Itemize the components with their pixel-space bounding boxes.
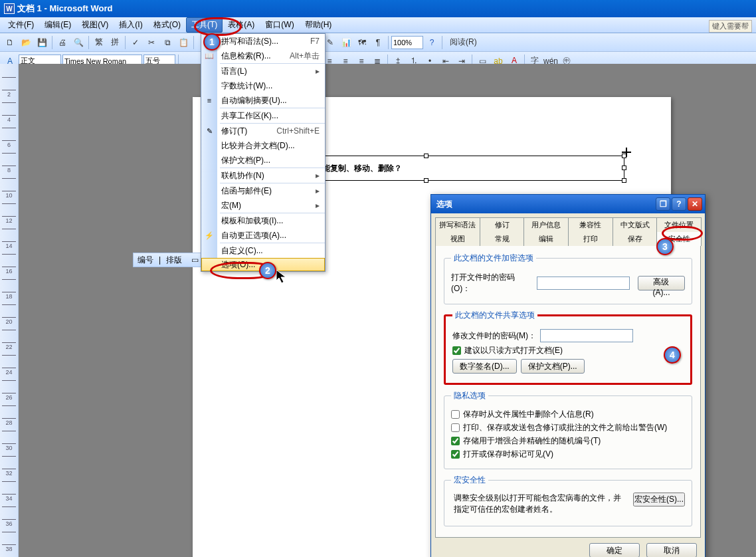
- menu-help[interactable]: 帮助(H): [300, 17, 337, 33]
- menu-item-label: 自动更正选项(A)...: [221, 228, 320, 243]
- title-bar: W 文档 1 - Microsoft Word: [0, 0, 756, 17]
- menu-item-label: 语言(L): [221, 64, 316, 78]
- tools-menu-item[interactable]: 字数统计(W)...: [201, 78, 325, 93]
- tools-menu-item[interactable]: 自定义(C)...: [201, 243, 325, 258]
- ruler-vertical[interactable]: 246810121416182022242628303234363840: [0, 64, 19, 557]
- tools-menu-item[interactable]: 📖信息检索(R)...Alt+单击: [201, 49, 325, 63]
- menu-item-label: 修订(T): [221, 124, 268, 138]
- help-icon[interactable]: ?: [425, 35, 439, 50]
- tools-menu-item[interactable]: ≡自动编制摘要(U)...: [201, 93, 325, 108]
- layout-label[interactable]: 排版: [166, 255, 182, 266]
- zoom-combo[interactable]: [391, 36, 423, 49]
- pinyin-icon[interactable]: 拼: [108, 35, 122, 50]
- separator: [193, 36, 194, 49]
- dialog-tab[interactable]: 兼容性: [568, 217, 613, 232]
- menu-view[interactable]: 视图(V): [76, 17, 114, 33]
- menu-item-icon: ≡: [204, 95, 215, 106]
- separator: [52, 36, 52, 49]
- menu-item-label: 自定义(C)...: [221, 243, 320, 258]
- menu-item-label: 宏(M): [221, 198, 316, 213]
- advanced-button[interactable]: 高级(A)...: [638, 276, 685, 290]
- cut-icon[interactable]: ✂: [144, 35, 159, 50]
- open-password-label: 打开文件时的密码(O)：: [451, 272, 533, 294]
- dialog-close-button[interactable]: ✕: [688, 197, 702, 211]
- readonly-label: 建议以只读方式打开文档(E): [464, 345, 563, 356]
- dialog-tab[interactable]: 编辑: [523, 232, 569, 246]
- numbering-label[interactable]: 编号: [138, 255, 153, 266]
- separator: [442, 36, 442, 49]
- separator: [388, 36, 389, 49]
- dialog-tab[interactable]: 拼写和语法: [435, 217, 480, 232]
- menu-table[interactable]: 表格(A): [223, 17, 260, 33]
- dialog-tab[interactable]: 保存: [613, 232, 658, 246]
- word-icon: W: [4, 3, 15, 14]
- open-icon[interactable]: 📂: [19, 35, 33, 50]
- menu-item-label: 自动编制摘要(U)...: [221, 93, 320, 108]
- readonly-checkbox[interactable]: [452, 346, 461, 355]
- read-mode-button[interactable]: 阅读(R): [445, 35, 482, 50]
- menu-file[interactable]: 文件(F): [3, 17, 39, 33]
- menu-edit[interactable]: 编辑(E): [39, 17, 76, 33]
- dialog-tab[interactable]: 用户信息: [523, 217, 569, 232]
- digital-signature-button[interactable]: 数字签名(D)...: [452, 359, 517, 374]
- tools-menu-item[interactable]: 共享工作区(K)...: [201, 108, 325, 123]
- menu-tools[interactable]: 工具(T): [186, 17, 223, 33]
- dialog-tab[interactable]: 中文版式: [613, 217, 658, 232]
- encrypt-legend: 此文档的文件加密选项: [451, 253, 536, 264]
- tools-menu-item[interactable]: 保护文档(P)...: [201, 153, 325, 167]
- help-search-hint[interactable]: 键入需要帮: [709, 20, 752, 33]
- menu-item-label: 拼写和语法(S)...: [221, 34, 302, 49]
- preview-icon[interactable]: 🔍: [71, 35, 86, 50]
- spell-icon[interactable]: ✓: [128, 35, 143, 50]
- macro-legend: 宏安全性: [451, 475, 488, 486]
- print-icon[interactable]: 🖨: [55, 35, 70, 50]
- warn-revisions-checkbox[interactable]: [451, 423, 460, 432]
- tools-menu-item[interactable]: ✎修订(T)Ctrl+Shift+E: [201, 124, 325, 138]
- dialog-help-button[interactable]: ?: [672, 197, 686, 211]
- tools-menu-item[interactable]: 信函与邮件(E)▸: [201, 183, 325, 198]
- dialog-tab[interactable]: 文件位置: [656, 217, 702, 232]
- new-doc-icon[interactable]: 🗋: [3, 35, 17, 50]
- protect-document-button[interactable]: 保护文档(P)...: [521, 359, 585, 374]
- macro-section: 宏安全性 调整安全级别以打开可能包含宏病毒的文件，并指定可信任的宏创建者姓名。 …: [444, 475, 692, 526]
- separator: [125, 36, 126, 49]
- traditional-icon[interactable]: 繁: [92, 35, 106, 50]
- save-icon[interactable]: 💾: [35, 35, 49, 50]
- share-section: 此文档的文件共享选项 修改文件时的密码(M)： 建议以只读方式打开文档(E) 数…: [444, 310, 692, 385]
- marks-visible-checkbox[interactable]: [451, 450, 460, 459]
- open-password-input[interactable]: [537, 277, 630, 290]
- dialog-restore-button[interactable]: ❐: [656, 197, 670, 211]
- dialog-tab[interactable]: 打印: [568, 232, 613, 246]
- chart-icon[interactable]: 📊: [339, 35, 353, 50]
- ok-button[interactable]: 确定: [589, 543, 640, 557]
- modify-password-input[interactable]: [540, 329, 633, 342]
- show-marks-icon[interactable]: ¶: [371, 35, 385, 50]
- dialog-tab[interactable]: 修订: [480, 217, 525, 232]
- marks-visible-label: 打开或保存时标记可见(V): [463, 449, 553, 460]
- remove-personal-label: 保存时从文件属性中删除个人信息(R): [463, 409, 594, 420]
- menu-window[interactable]: 窗口(W): [260, 17, 299, 33]
- dialog-titlebar[interactable]: 选项 ❐ ? ✕: [431, 195, 705, 213]
- random-number-checkbox[interactable]: [451, 437, 460, 445]
- dialog-tab[interactable]: 常规: [480, 232, 525, 246]
- toolbar-standard: 🗋 📂 💾 🖨 🔍 繁 拼 ✓ ✂ ⧉ 📋 ▦ ▥ ✎ 📊 🗺 ¶ ? 阅读(R…: [0, 33, 756, 52]
- tools-menu-item[interactable]: 联机协作(N)▸: [201, 168, 325, 183]
- tools-menu-item[interactable]: 模板和加载项(I)...: [201, 213, 325, 228]
- callout-3: 3: [656, 238, 674, 255]
- macro-security-button[interactable]: 宏安全性(S)...: [633, 493, 685, 506]
- tools-menu-item[interactable]: 比较并合并文档(D)...: [201, 138, 325, 153]
- modify-password-label: 修改文件时的密码(M)：: [452, 330, 536, 342]
- callout-1: 1: [203, 33, 221, 51]
- tools-menu-item[interactable]: 语言(L)▸: [201, 64, 325, 78]
- tools-menu-item[interactable]: 宏(M)▸: [201, 198, 325, 213]
- paste-icon[interactable]: 📋: [176, 35, 191, 50]
- doc-map-icon[interactable]: 🗺: [355, 35, 369, 50]
- copy-icon[interactable]: ⧉: [160, 35, 175, 50]
- menu-item-label: 保护文档(P)...: [221, 153, 320, 167]
- remove-personal-checkbox[interactable]: [451, 410, 460, 419]
- menu-insert[interactable]: 插入(I): [114, 17, 147, 33]
- dialog-tab[interactable]: 视图: [435, 232, 480, 246]
- tools-menu-item[interactable]: ⚡自动更正选项(A)...: [201, 228, 325, 243]
- menu-format[interactable]: 格式(O): [148, 17, 186, 33]
- cancel-button[interactable]: 取消: [646, 543, 697, 557]
